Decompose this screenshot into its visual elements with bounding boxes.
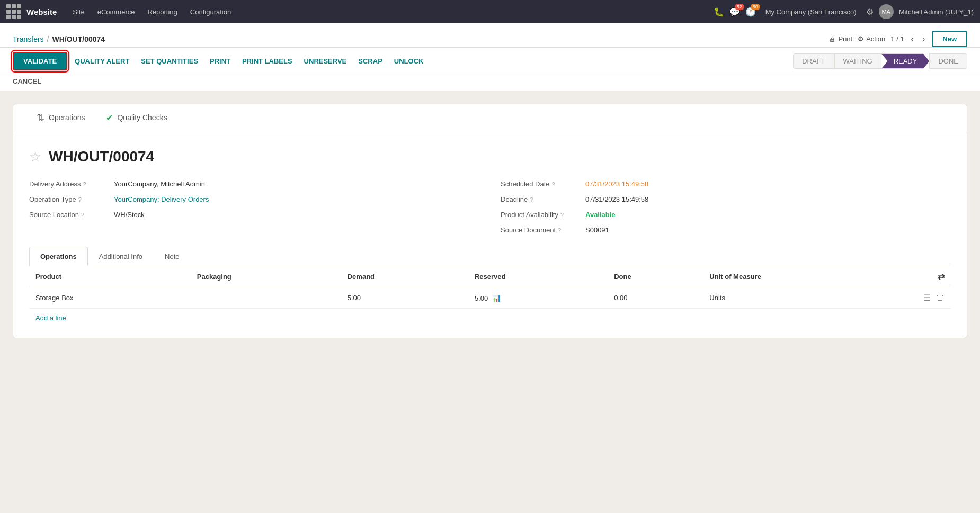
source-document-value: S00091: [585, 226, 609, 234]
forecast-icon[interactable]: 📊: [492, 294, 501, 302]
card-tabs: ⇅ Operations ✔ Quality Checks: [13, 104, 967, 132]
action-bar: VALIDATE QUALITY ALERT SET QUANTITIES PR…: [0, 48, 980, 75]
activity-badge: 50: [751, 4, 760, 10]
scrap-button[interactable]: SCRAP: [354, 55, 387, 67]
action-button[interactable]: ⚙ Action: [858, 35, 885, 43]
nav-reporting[interactable]: Reporting: [142, 6, 182, 18]
nav-ecommerce[interactable]: eCommerce: [92, 6, 140, 18]
gear-icon: ⚙: [858, 35, 864, 43]
activity-icon[interactable]: 🕐 50: [745, 7, 756, 17]
col-done: Done: [608, 266, 703, 287]
help-icon[interactable]: ?: [530, 196, 533, 203]
col-demand: Demand: [341, 266, 468, 287]
delete-icon[interactable]: 🗑: [936, 293, 945, 303]
nav-configuration[interactable]: Configuration: [185, 6, 236, 18]
apps-icon[interactable]: [6, 4, 21, 19]
cell-done: 0.00: [608, 287, 703, 309]
col-product: Product: [29, 266, 191, 287]
columns-icon[interactable]: ⇄: [938, 272, 945, 281]
table-row: Storage Box 5.00 5.00 📊 0.00 Units ☰: [29, 287, 951, 309]
breadcrumb-separator: /: [47, 35, 49, 43]
validate-button[interactable]: VALIDATE: [13, 52, 67, 70]
messages-badge: 52: [735, 4, 744, 10]
deadline-label: Deadline ?: [501, 195, 580, 203]
help-icon[interactable]: ?: [83, 181, 86, 187]
cancel-button[interactable]: CANCEL: [13, 77, 41, 85]
deadline-value: 07/31/2023 15:49:58: [585, 195, 648, 203]
form-body: ☆ WH/OUT/00074 Delivery Address ? YourCo…: [13, 132, 967, 338]
help-icon[interactable]: ?: [560, 212, 564, 218]
product-availability-value: Available: [585, 211, 616, 219]
card-tab-quality-label: Quality Checks: [117, 113, 167, 122]
product-availability-field: Product Availability ? Available: [501, 211, 951, 219]
tab-operations[interactable]: Operations: [29, 247, 88, 266]
favorite-star[interactable]: ☆: [29, 149, 41, 165]
unlock-button[interactable]: UNLOCK: [390, 55, 428, 67]
delivery-address-label: Delivery Address ?: [29, 180, 109, 188]
new-button[interactable]: New: [932, 31, 967, 47]
scheduled-date-value: 07/31/2023 15:49:58: [585, 180, 648, 188]
user-name: Mitchell Admin (JULY_1): [899, 8, 974, 16]
help-icon[interactable]: ?: [81, 212, 84, 218]
bug-icon[interactable]: 🐛: [714, 7, 724, 17]
status-bar: DRAFT WAITING READY DONE: [793, 53, 967, 69]
product-availability-label: Product Availability ?: [501, 211, 580, 219]
cell-reserved: 5.00 📊: [468, 287, 608, 309]
source-location-value: WH/Stock: [114, 211, 145, 219]
fields-left: Delivery Address ? YourCompany, Mitchell…: [29, 180, 479, 241]
icon-area: 🐛 💬 52 🕐 50 My Company (San Francisco) ⚙…: [714, 4, 974, 19]
breadcrumb: Transfers / WH/OUT/00074: [13, 35, 829, 43]
source-location-field: Source Location ? WH/Stock: [29, 211, 479, 219]
card-tab-operations[interactable]: ⇅ Operations: [26, 104, 95, 132]
detail-icon[interactable]: ☰: [923, 293, 931, 303]
quality-alert-button[interactable]: QUALITY ALERT: [70, 55, 133, 67]
status-waiting: WAITING: [834, 53, 881, 69]
add-line-link[interactable]: Add a line: [29, 309, 73, 327]
col-uom: Unit of Measure: [703, 266, 908, 287]
print-labels-button[interactable]: PRINT LABELS: [238, 55, 297, 67]
main-card: ⇅ Operations ✔ Quality Checks ☆ WH/OUT/0…: [13, 104, 967, 338]
prev-arrow[interactable]: ‹: [910, 34, 915, 44]
tab-note[interactable]: Note: [154, 247, 190, 266]
print-button[interactable]: 🖨 Print: [829, 35, 852, 43]
card-tab-operations-label: Operations: [49, 113, 85, 122]
top-navigation: Website Site eCommerce Reporting Configu…: [0, 0, 980, 23]
next-arrow[interactable]: ›: [921, 34, 926, 44]
help-icon[interactable]: ?: [558, 227, 561, 233]
operations-table: Product Packaging Demand Reserved Done U…: [29, 266, 951, 309]
main-content: ⇅ Operations ✔ Quality Checks ☆ WH/OUT/0…: [0, 91, 980, 351]
source-document-label: Source Document ?: [501, 226, 580, 234]
nav-site[interactable]: Site: [67, 6, 90, 18]
help-icon[interactable]: ?: [78, 196, 82, 203]
table-header-row: Product Packaging Demand Reserved Done U…: [29, 266, 951, 287]
col-packaging: Packaging: [191, 266, 341, 287]
settings-icon[interactable]: ⚙: [866, 7, 874, 17]
avatar[interactable]: MA: [879, 4, 894, 19]
form-title: WH/OUT/00074: [49, 148, 154, 165]
breadcrumb-current: WH/OUT/00074: [52, 35, 105, 43]
sort-icon: ⇅: [37, 112, 44, 123]
messages-icon[interactable]: 💬 52: [729, 7, 740, 17]
scheduled-date-label: Scheduled Date ?: [501, 180, 580, 188]
pagination: 1 / 1: [890, 35, 904, 43]
status-ready: READY: [881, 53, 930, 69]
operation-type-value[interactable]: YourCompany: Delivery Orders: [114, 195, 209, 203]
help-icon[interactable]: ?: [552, 181, 555, 187]
print-button[interactable]: PRINT: [206, 55, 235, 67]
fields-right: Scheduled Date ? 07/31/2023 15:49:58 Dea…: [501, 180, 951, 241]
card-tab-quality-checks[interactable]: ✔ Quality Checks: [95, 104, 177, 132]
delivery-address-value: YourCompany, Mitchell Admin: [114, 180, 205, 188]
detail-tabs: Operations Additional Info Note: [29, 247, 951, 266]
breadcrumb-parent[interactable]: Transfers: [13, 35, 44, 43]
tab-additional-info[interactable]: Additional Info: [88, 247, 154, 266]
cell-actions: ☰ 🗑: [908, 287, 951, 309]
form-fields: Delivery Address ? YourCompany, Mitchell…: [29, 180, 951, 241]
operation-type-label: Operation Type ?: [29, 195, 109, 203]
set-quantities-button[interactable]: SET QUANTITIES: [137, 55, 202, 67]
toolbar-right: 🖨 Print ⚙ Action 1 / 1 ‹ › New: [829, 31, 967, 47]
cell-product: Storage Box: [29, 287, 191, 309]
source-location-label: Source Location ?: [29, 211, 109, 219]
unreserve-button[interactable]: UNRESERVE: [300, 55, 351, 67]
brand-name[interactable]: Website: [26, 7, 57, 16]
col-reserved: Reserved: [468, 266, 608, 287]
